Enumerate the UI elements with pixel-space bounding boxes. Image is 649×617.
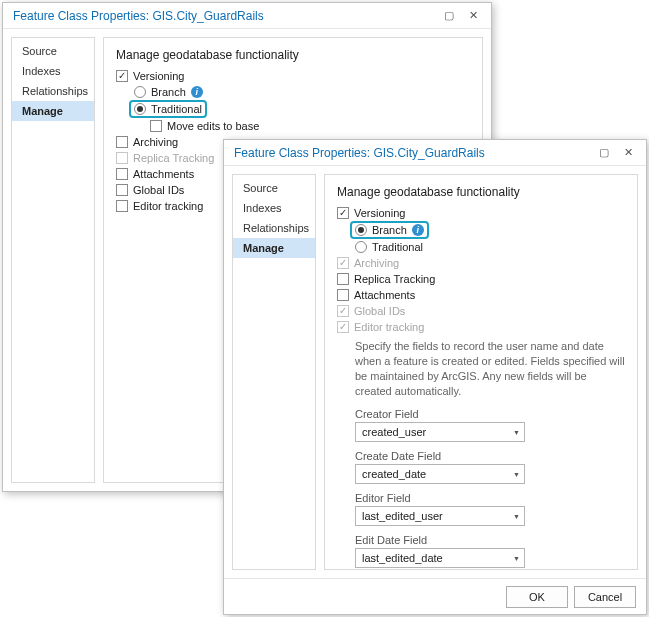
dialog-footer: OK Cancel: [224, 578, 646, 614]
sidebar: Source Indexes Relationships Manage: [11, 37, 95, 483]
creator-field: Creator Field created_user ▼: [337, 406, 625, 448]
sidebar-item-manage[interactable]: Manage: [233, 238, 315, 258]
checkbox-icon: [150, 120, 162, 132]
checkbox-icon: [337, 305, 349, 317]
radio-icon: [355, 241, 367, 253]
editor-tracking-checkbox: Editor tracking: [337, 319, 625, 335]
ok-button[interactable]: OK: [506, 586, 568, 608]
sidebar-item-relationships[interactable]: Relationships: [12, 81, 94, 101]
label: Archiving: [133, 136, 178, 148]
main-panel: Manage geodatabase functionality Version…: [324, 174, 638, 570]
creator-field-select[interactable]: created_user ▼: [355, 422, 525, 442]
label: Versioning: [354, 207, 405, 219]
label: Global IDs: [354, 305, 405, 317]
label: Global IDs: [133, 184, 184, 196]
label: Traditional: [151, 103, 202, 115]
label: Replica Tracking: [133, 152, 214, 164]
close-icon[interactable]: ✕: [616, 143, 640, 163]
checkbox-icon: [116, 70, 128, 82]
cancel-button[interactable]: Cancel: [574, 586, 636, 608]
checkbox-icon: [116, 200, 128, 212]
field-label: Creator Field: [355, 408, 625, 420]
label: Branch: [372, 224, 407, 236]
sidebar-item-indexes[interactable]: Indexes: [233, 198, 315, 218]
close-icon[interactable]: ✕: [461, 6, 485, 26]
sidebar-item-indexes[interactable]: Indexes: [12, 61, 94, 81]
checkbox-icon: [337, 273, 349, 285]
radio-icon: [134, 103, 146, 115]
edit-date-select[interactable]: last_edited_date ▼: [355, 548, 525, 568]
checkbox-icon: [116, 184, 128, 196]
traditional-radio[interactable]: Traditional: [116, 100, 470, 118]
sidebar-item-source[interactable]: Source: [12, 41, 94, 61]
sidebar-item-manage[interactable]: Manage: [12, 101, 94, 121]
maximize-icon[interactable]: ▢: [592, 143, 616, 163]
checkbox-icon: [116, 152, 128, 164]
label: Branch: [151, 86, 186, 98]
global-ids-checkbox: Global IDs: [337, 303, 625, 319]
create-date-field: Create Date Field created_date ▼: [337, 448, 625, 490]
checkbox-icon: [337, 289, 349, 301]
editor-field: Editor Field last_edited_user ▼: [337, 490, 625, 532]
chevron-down-icon: ▼: [513, 429, 520, 436]
properties-dialog-branch: Feature Class Properties: GIS.City_Guard…: [223, 139, 647, 615]
label: Attachments: [354, 289, 415, 301]
window-title: Feature Class Properties: GIS.City_Guard…: [234, 146, 592, 160]
field-label: Create Date Field: [355, 450, 625, 462]
select-value: last_edited_user: [362, 510, 443, 522]
traditional-radio[interactable]: Traditional: [337, 239, 625, 255]
create-date-select[interactable]: created_date ▼: [355, 464, 525, 484]
label: Traditional: [372, 241, 423, 253]
chevron-down-icon: ▼: [513, 471, 520, 478]
edit-date-field: Edit Date Field last_edited_date ▼: [337, 532, 625, 570]
info-icon[interactable]: [412, 224, 424, 236]
select-value: last_edited_date: [362, 552, 443, 564]
checkbox-icon: [337, 257, 349, 269]
select-value: created_date: [362, 468, 426, 480]
editor-tracking-description: Specify the fields to record the user na…: [337, 335, 625, 406]
branch-radio[interactable]: Branch: [337, 221, 625, 239]
checkbox-icon: [337, 321, 349, 333]
label: Versioning: [133, 70, 184, 82]
versioning-checkbox[interactable]: Versioning: [337, 205, 625, 221]
versioning-checkbox[interactable]: Versioning: [116, 68, 470, 84]
radio-icon: [355, 224, 367, 236]
field-label: Editor Field: [355, 492, 625, 504]
info-icon[interactable]: [191, 86, 203, 98]
panel-heading: Manage geodatabase functionality: [116, 48, 470, 62]
panel-heading: Manage geodatabase functionality: [337, 185, 625, 199]
chevron-down-icon: ▼: [513, 555, 520, 562]
radio-icon: [134, 86, 146, 98]
field-label: Edit Date Field: [355, 534, 625, 546]
replica-tracking-checkbox[interactable]: Replica Tracking: [337, 271, 625, 287]
editor-field-select[interactable]: last_edited_user ▼: [355, 506, 525, 526]
sidebar: Source Indexes Relationships Manage: [232, 174, 316, 570]
sidebar-item-relationships[interactable]: Relationships: [233, 218, 315, 238]
select-value: created_user: [362, 426, 426, 438]
checkbox-icon: [116, 136, 128, 148]
label: Move edits to base: [167, 120, 259, 132]
sidebar-item-source[interactable]: Source: [233, 178, 315, 198]
label: Attachments: [133, 168, 194, 180]
branch-radio[interactable]: Branch: [116, 84, 470, 100]
label: Replica Tracking: [354, 273, 435, 285]
chevron-down-icon: ▼: [513, 513, 520, 520]
label: Editor tracking: [354, 321, 424, 333]
titlebar[interactable]: Feature Class Properties: GIS.City_Guard…: [3, 3, 491, 29]
move-edits-checkbox[interactable]: Move edits to base: [116, 118, 470, 134]
checkbox-icon: [116, 168, 128, 180]
checkbox-icon: [337, 207, 349, 219]
label: Editor tracking: [133, 200, 203, 212]
window-title: Feature Class Properties: GIS.City_Guard…: [13, 9, 437, 23]
archiving-checkbox: Archiving: [337, 255, 625, 271]
maximize-icon[interactable]: ▢: [437, 6, 461, 26]
attachments-checkbox[interactable]: Attachments: [337, 287, 625, 303]
label: Archiving: [354, 257, 399, 269]
titlebar[interactable]: Feature Class Properties: GIS.City_Guard…: [224, 140, 646, 166]
